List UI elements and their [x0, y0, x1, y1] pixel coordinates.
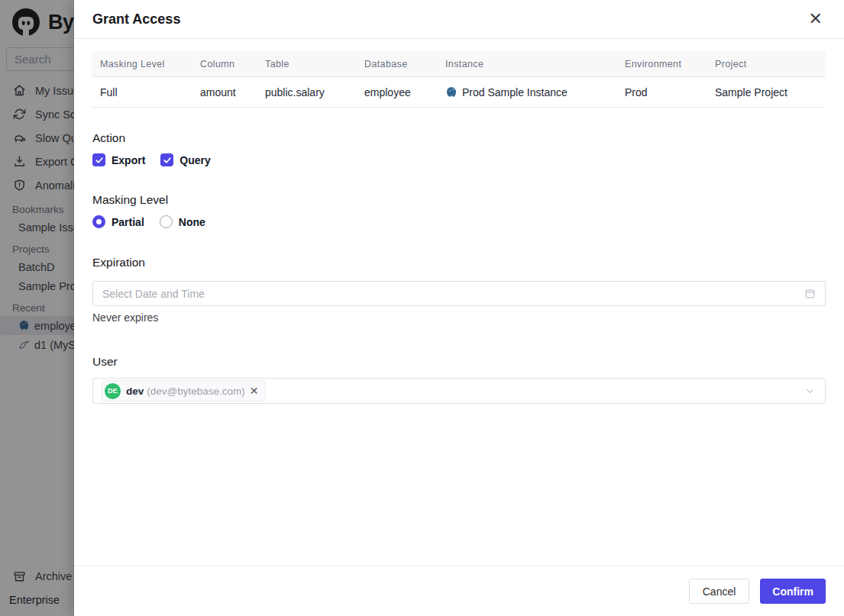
- table-header-row: Masking Level Column Table Database Inst…: [92, 51, 826, 77]
- col-header-masking-level: Masking Level: [92, 59, 192, 69]
- modal-title: Grant Access: [92, 11, 180, 27]
- remove-user-icon[interactable]: ✕: [250, 385, 259, 396]
- col-header-environment: Environment: [617, 59, 707, 69]
- modal-header: Grant Access ✕: [74, 0, 844, 39]
- cell-table: public.salary: [257, 86, 357, 98]
- modal-body: Masking Level Column Table Database Inst…: [74, 39, 844, 566]
- query-checkbox[interactable]: Query: [160, 153, 210, 166]
- grant-scope-table: Masking Level Column Table Database Inst…: [92, 51, 826, 108]
- radio-label: Partial: [112, 216, 144, 228]
- expiration-hint: Never expires: [92, 311, 826, 324]
- export-checkbox[interactable]: Export: [92, 153, 145, 166]
- action-section-label: Action: [92, 131, 826, 145]
- checkbox-checked-icon: [92, 153, 105, 166]
- user-name: dev: [126, 385, 144, 397]
- radio-selected-icon: [92, 215, 105, 228]
- cell-masking-level: Full: [92, 86, 192, 98]
- checkbox-label: Query: [179, 154, 210, 166]
- chevron-down-icon: [804, 385, 816, 397]
- col-header-project: Project: [707, 59, 826, 69]
- date-placeholder: Select Date and Time: [102, 288, 804, 300]
- none-radio[interactable]: None: [160, 215, 205, 228]
- checkbox-label: Export: [112, 154, 145, 166]
- masking-level-section-label: Masking Level: [92, 193, 826, 207]
- user-tag: DE dev (dev@bytebase.com) ✕: [102, 380, 266, 402]
- cell-environment: Prod: [617, 86, 707, 98]
- col-header-column: Column: [192, 59, 257, 69]
- col-header-instance: Instance: [438, 59, 617, 69]
- partial-radio[interactable]: Partial: [92, 215, 144, 228]
- checkbox-checked-icon: [160, 153, 173, 166]
- expiration-date-input[interactable]: Select Date and Time: [92, 281, 826, 306]
- expiration-section-label: Expiration: [92, 256, 826, 269]
- cancel-button[interactable]: Cancel: [689, 579, 750, 604]
- instance-name: Prod Sample Instance: [462, 86, 568, 98]
- cell-instance: Prod Sample Instance: [438, 86, 617, 98]
- col-header-database: Database: [357, 59, 438, 69]
- calendar-icon: [804, 288, 816, 299]
- close-icon[interactable]: ✕: [809, 11, 823, 27]
- avatar: DE: [105, 383, 121, 399]
- user-section-label: User: [92, 355, 826, 369]
- radio-unselected-icon: [160, 215, 173, 228]
- cell-database: employee: [357, 86, 438, 98]
- radio-label: None: [179, 216, 205, 228]
- postgres-icon: [445, 86, 458, 98]
- confirm-button[interactable]: Confirm: [760, 579, 826, 604]
- col-header-table: Table: [257, 59, 357, 69]
- cell-project: Sample Project: [707, 86, 826, 98]
- modal-footer: Cancel Confirm: [74, 566, 844, 616]
- cell-column: amount: [192, 86, 257, 98]
- user-email: (dev@bytebase.com): [147, 385, 245, 397]
- grant-access-modal: Grant Access ✕ Masking Level Column Tabl…: [74, 0, 844, 616]
- user-select[interactable]: DE dev (dev@bytebase.com) ✕: [92, 378, 826, 404]
- table-row: Full amount public.salary employee Prod …: [92, 77, 826, 108]
